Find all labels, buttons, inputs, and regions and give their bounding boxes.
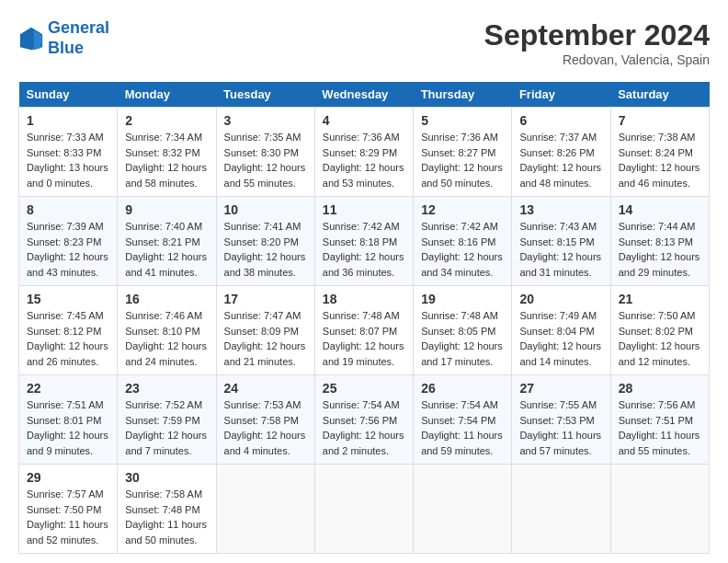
day-info: Sunrise: 7:43 AMSunset: 8:15 PMDaylight:…	[519, 219, 602, 280]
day-info: Sunrise: 7:52 AMSunset: 7:59 PMDaylight:…	[125, 397, 208, 458]
calendar-week-3: 15Sunrise: 7:45 AMSunset: 8:12 PMDayligh…	[19, 286, 710, 375]
day-number: 21	[619, 292, 701, 306]
day-number: 22	[27, 381, 109, 396]
calendar-cell: 20Sunrise: 7:49 AMSunset: 8:04 PMDayligh…	[512, 286, 610, 375]
calendar-cell: 14Sunrise: 7:44 AMSunset: 8:13 PMDayligh…	[610, 197, 709, 286]
day-number: 8	[27, 202, 109, 217]
calendar-cell	[512, 465, 610, 554]
day-info: Sunrise: 7:46 AMSunset: 8:10 PMDaylight:…	[125, 308, 208, 369]
day-info: Sunrise: 7:34 AMSunset: 8:32 PMDaylight:…	[125, 130, 208, 190]
day-info: Sunrise: 7:47 AMSunset: 8:09 PMDaylight:…	[224, 308, 307, 369]
day-number: 28	[619, 381, 701, 396]
day-info: Sunrise: 7:35 AMSunset: 8:30 PMDaylight:…	[224, 130, 307, 190]
calendar-cell: 8Sunrise: 7:39 AMSunset: 8:23 PMDaylight…	[19, 197, 118, 286]
day-number: 26	[421, 381, 504, 396]
calendar-cell: 15Sunrise: 7:45 AMSunset: 8:12 PMDayligh…	[19, 286, 118, 375]
day-number: 29	[27, 470, 109, 485]
day-info: Sunrise: 7:50 AMSunset: 8:02 PMDaylight:…	[619, 308, 701, 369]
day-number: 9	[125, 202, 208, 217]
day-number: 20	[519, 292, 602, 306]
calendar-cell: 30Sunrise: 7:58 AMSunset: 7:48 PMDayligh…	[118, 465, 216, 554]
day-number: 15	[27, 292, 109, 306]
weekday-header-wednesday: Wednesday	[314, 82, 413, 108]
calendar-cell: 16Sunrise: 7:46 AMSunset: 8:10 PMDayligh…	[118, 286, 216, 375]
weekday-header-monday: Monday	[118, 82, 216, 108]
calendar-cell: 1Sunrise: 7:33 AMSunset: 8:33 PMDaylight…	[19, 108, 118, 197]
calendar-cell: 17Sunrise: 7:47 AMSunset: 8:09 PMDayligh…	[216, 286, 314, 375]
calendar-week-2: 8Sunrise: 7:39 AMSunset: 8:23 PMDaylight…	[19, 197, 710, 286]
weekday-header-sunday: Sunday	[19, 82, 118, 108]
calendar-cell: 4Sunrise: 7:36 AMSunset: 8:29 PMDaylight…	[314, 108, 413, 197]
day-number: 10	[224, 202, 307, 217]
calendar-cell	[314, 465, 413, 554]
calendar-cell	[216, 465, 314, 554]
day-number: 25	[323, 381, 405, 396]
day-info: Sunrise: 7:54 AMSunset: 7:54 PMDaylight:…	[421, 397, 504, 458]
calendar-cell: 3Sunrise: 7:35 AMSunset: 8:30 PMDaylight…	[216, 108, 314, 197]
calendar-cell: 26Sunrise: 7:54 AMSunset: 7:54 PMDayligh…	[414, 375, 512, 465]
day-number: 7	[619, 113, 701, 128]
calendar-cell: 11Sunrise: 7:42 AMSunset: 8:18 PMDayligh…	[314, 197, 413, 286]
day-info: Sunrise: 7:39 AMSunset: 8:23 PMDaylight:…	[27, 219, 109, 280]
calendar-table: SundayMondayTuesdayWednesdayThursdayFrid…	[18, 82, 710, 554]
day-number: 2	[125, 113, 208, 128]
day-info: Sunrise: 7:38 AMSunset: 8:24 PMDaylight:…	[619, 130, 701, 190]
weekday-header-row: SundayMondayTuesdayWednesdayThursdayFrid…	[19, 82, 710, 108]
day-info: Sunrise: 7:58 AMSunset: 7:48 PMDaylight:…	[125, 487, 208, 547]
title-block: September 2024 Redovan, Valencia, Spain	[484, 18, 710, 67]
weekday-header-saturday: Saturday	[610, 82, 709, 108]
day-info: Sunrise: 7:41 AMSunset: 8:20 PMDaylight:…	[224, 219, 307, 280]
day-number: 4	[323, 113, 405, 128]
day-number: 5	[421, 113, 504, 128]
calendar-cell	[414, 465, 512, 554]
calendar-cell: 5Sunrise: 7:36 AMSunset: 8:27 PMDaylight…	[414, 108, 512, 197]
calendar-cell: 19Sunrise: 7:48 AMSunset: 8:05 PMDayligh…	[414, 286, 512, 375]
calendar-cell: 2Sunrise: 7:34 AMSunset: 8:32 PMDaylight…	[118, 108, 216, 197]
weekday-header-tuesday: Tuesday	[216, 82, 314, 108]
day-number: 24	[224, 381, 307, 396]
calendar-cell: 10Sunrise: 7:41 AMSunset: 8:20 PMDayligh…	[216, 197, 314, 286]
day-info: Sunrise: 7:53 AMSunset: 7:58 PMDaylight:…	[224, 397, 307, 458]
day-number: 30	[125, 470, 208, 485]
day-number: 23	[125, 381, 208, 396]
day-info: Sunrise: 7:49 AMSunset: 8:04 PMDaylight:…	[519, 308, 602, 369]
day-info: Sunrise: 7:51 AMSunset: 8:01 PMDaylight:…	[27, 397, 109, 458]
day-info: Sunrise: 7:42 AMSunset: 8:16 PMDaylight:…	[421, 219, 504, 280]
day-info: Sunrise: 7:54 AMSunset: 7:56 PMDaylight:…	[323, 397, 405, 458]
location: Redovan, Valencia, Spain	[484, 52, 710, 67]
weekday-header-friday: Friday	[512, 82, 610, 108]
day-info: Sunrise: 7:57 AMSunset: 7:50 PMDaylight:…	[27, 487, 109, 547]
logo: General Blue	[18, 18, 109, 58]
day-info: Sunrise: 7:56 AMSunset: 7:51 PMDaylight:…	[619, 397, 701, 458]
day-number: 27	[519, 381, 602, 396]
logo-text: General Blue	[48, 18, 109, 58]
logo-icon	[18, 26, 44, 52]
calendar-cell: 7Sunrise: 7:38 AMSunset: 8:24 PMDaylight…	[610, 108, 709, 197]
calendar-cell: 28Sunrise: 7:56 AMSunset: 7:51 PMDayligh…	[610, 375, 709, 465]
day-info: Sunrise: 7:33 AMSunset: 8:33 PMDaylight:…	[27, 130, 109, 190]
day-info: Sunrise: 7:37 AMSunset: 8:26 PMDaylight:…	[519, 130, 602, 190]
calendar-cell: 9Sunrise: 7:40 AMSunset: 8:21 PMDaylight…	[118, 197, 216, 286]
day-info: Sunrise: 7:45 AMSunset: 8:12 PMDaylight:…	[27, 308, 109, 369]
day-info: Sunrise: 7:48 AMSunset: 8:05 PMDaylight:…	[421, 308, 504, 369]
calendar-cell: 22Sunrise: 7:51 AMSunset: 8:01 PMDayligh…	[19, 375, 118, 465]
calendar-cell	[610, 465, 709, 554]
day-number: 1	[27, 113, 109, 128]
page-header: General Blue September 2024 Redovan, Val…	[18, 18, 710, 67]
day-number: 18	[323, 292, 405, 306]
calendar-week-5: 29Sunrise: 7:57 AMSunset: 7:50 PMDayligh…	[19, 465, 710, 554]
calendar-cell: 23Sunrise: 7:52 AMSunset: 7:59 PMDayligh…	[118, 375, 216, 465]
day-number: 17	[224, 292, 307, 306]
day-info: Sunrise: 7:40 AMSunset: 8:21 PMDaylight:…	[125, 219, 208, 280]
month-title: September 2024	[484, 18, 710, 52]
calendar-cell: 6Sunrise: 7:37 AMSunset: 8:26 PMDaylight…	[512, 108, 610, 197]
day-number: 12	[421, 202, 504, 217]
weekday-header-thursday: Thursday	[414, 82, 512, 108]
day-info: Sunrise: 7:42 AMSunset: 8:18 PMDaylight:…	[323, 219, 405, 280]
calendar-cell: 27Sunrise: 7:55 AMSunset: 7:53 PMDayligh…	[512, 375, 610, 465]
calendar-cell: 21Sunrise: 7:50 AMSunset: 8:02 PMDayligh…	[610, 286, 709, 375]
calendar-cell: 12Sunrise: 7:42 AMSunset: 8:16 PMDayligh…	[414, 197, 512, 286]
calendar-week-4: 22Sunrise: 7:51 AMSunset: 8:01 PMDayligh…	[19, 375, 710, 465]
day-number: 19	[421, 292, 504, 306]
calendar-week-1: 1Sunrise: 7:33 AMSunset: 8:33 PMDaylight…	[19, 108, 710, 197]
